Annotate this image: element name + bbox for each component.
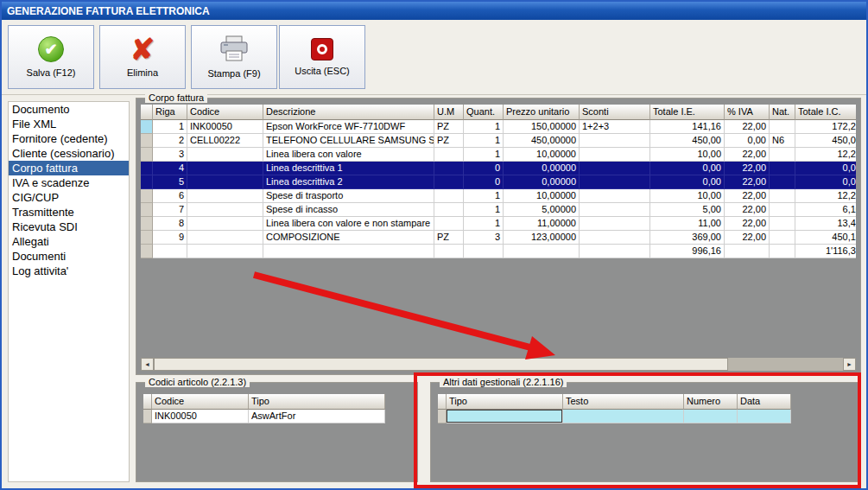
table-cell[interactable]: 7 bbox=[153, 203, 187, 217]
table-cell[interactable]: 22,00 bbox=[725, 231, 770, 245]
exit-button[interactable]: Uscita (ESC) bbox=[279, 25, 365, 89]
table-cell[interactable]: 0 bbox=[464, 175, 504, 189]
table-cell[interactable]: Linea libera con valore e non stampare bbox=[263, 217, 434, 231]
table-cell[interactable] bbox=[770, 189, 795, 203]
table-cell[interactable]: COMPOSIZIONE bbox=[263, 231, 434, 245]
table-row[interactable]: 8Linea libera con valore e non stampare1… bbox=[141, 217, 856, 231]
table-cell[interactable]: 0,00 bbox=[725, 134, 770, 148]
column-header[interactable]: Totale I.C. bbox=[795, 105, 856, 120]
row-selector[interactable] bbox=[141, 134, 153, 148]
row-selector[interactable] bbox=[438, 410, 447, 423]
scroll-right-button[interactable]: ► bbox=[843, 358, 856, 371]
column-header[interactable]: Tipo bbox=[447, 394, 563, 410]
table-cell[interactable] bbox=[263, 245, 434, 258]
table-cell[interactable]: 450,18 bbox=[795, 231, 856, 245]
column-header[interactable]: Data bbox=[738, 394, 791, 410]
table-cell[interactable]: 22,00 bbox=[725, 148, 770, 162]
sidebar-item-corpo-fattura[interactable]: Corpo fattura bbox=[9, 161, 129, 175]
corpo-fattura-grid[interactable]: RigaCodiceDescrizioneU.MQuant.Prezzo uni… bbox=[141, 105, 856, 258]
table-cell[interactable]: 0,00000 bbox=[504, 175, 580, 189]
table-cell[interactable] bbox=[187, 245, 263, 258]
table-cell[interactable]: 141,16 bbox=[650, 120, 725, 134]
table-cell[interactable]: 22,00 bbox=[725, 120, 770, 134]
row-selector[interactable] bbox=[141, 148, 153, 162]
save-button[interactable]: ✔ Salva (F12) bbox=[8, 25, 94, 89]
table-cell[interactable] bbox=[504, 245, 580, 258]
table-cell[interactable]: 1 bbox=[464, 120, 504, 134]
table-cell[interactable]: 22,00 bbox=[725, 189, 770, 203]
table-cell[interactable] bbox=[187, 231, 263, 245]
row-selector[interactable] bbox=[141, 162, 153, 175]
table-cell[interactable] bbox=[187, 162, 263, 175]
table-cell[interactable]: 12,20 bbox=[795, 189, 856, 203]
column-header[interactable]: Quant. bbox=[464, 105, 504, 120]
table-cell[interactable]: 4 bbox=[153, 162, 187, 175]
table-cell[interactable]: 5,00000 bbox=[504, 203, 580, 217]
table-cell[interactable]: N6 bbox=[770, 134, 795, 148]
table-cell[interactable]: 1 bbox=[464, 148, 504, 162]
table-cell[interactable]: 1+2+3 bbox=[580, 120, 650, 134]
table-cell[interactable]: 5,00 bbox=[650, 203, 725, 217]
table-cell[interactable]: 1 bbox=[464, 134, 504, 148]
table-cell[interactable]: 8 bbox=[153, 217, 187, 231]
row-selector[interactable] bbox=[141, 217, 153, 231]
table-cell[interactable]: 996,16 bbox=[650, 245, 725, 258]
table-cell[interactable]: 11,00 bbox=[650, 217, 725, 231]
table-row[interactable] bbox=[438, 410, 791, 423]
table-cell[interactable] bbox=[434, 162, 464, 175]
table-cell[interactable] bbox=[434, 245, 464, 258]
sidebar-item-file-xml[interactable]: File XML bbox=[9, 117, 129, 131]
table-row[interactable]: 7Spese di incasso15,000005,0022,006,10 bbox=[141, 203, 856, 217]
table-cell[interactable]: 10,00000 bbox=[504, 148, 580, 162]
sidebar-item-ricevuta-sdi[interactable]: Ricevuta SDI bbox=[9, 220, 129, 234]
sidebar-item-trasmittente[interactable]: Trasmittente bbox=[9, 205, 129, 220]
table-cell[interactable] bbox=[187, 203, 263, 217]
table-cell[interactable]: 450,00 bbox=[795, 134, 856, 148]
table-cell[interactable]: 2 bbox=[153, 134, 187, 148]
table-cell[interactable] bbox=[770, 148, 795, 162]
table-cell[interactable]: 450,00000 bbox=[504, 134, 580, 148]
table-cell[interactable]: 123,00000 bbox=[504, 231, 580, 245]
table-cell[interactable] bbox=[580, 203, 650, 217]
sidebar-item-allegati[interactable]: Allegati bbox=[9, 234, 129, 249]
table-cell[interactable]: 1 bbox=[153, 120, 187, 134]
table-cell[interactable] bbox=[725, 245, 770, 258]
table-cell[interactable]: 172,22 bbox=[795, 120, 856, 134]
table-cell[interactable]: CELL00222 bbox=[187, 134, 263, 148]
table-row[interactable]: INK00050AswArtFor bbox=[143, 410, 385, 423]
row-selector[interactable] bbox=[141, 120, 153, 134]
table-cell[interactable] bbox=[580, 148, 650, 162]
table-cell[interactable]: Linea descrittiva 1 bbox=[263, 162, 434, 175]
table-cell[interactable]: 10,00000 bbox=[504, 189, 580, 203]
row-selector[interactable] bbox=[141, 231, 153, 245]
column-header[interactable]: Numero bbox=[684, 394, 738, 410]
column-header[interactable]: Riga bbox=[153, 105, 187, 120]
table-row[interactable]: 2CELL00222TELEFONO CELLULARE SAMSUNG S8 … bbox=[141, 134, 856, 148]
table-cell[interactable] bbox=[187, 217, 263, 231]
column-header[interactable]: % IVA bbox=[725, 105, 770, 120]
column-header[interactable]: Nat. bbox=[770, 105, 795, 120]
table-cell[interactable] bbox=[563, 410, 684, 423]
table-cell[interactable] bbox=[187, 189, 263, 203]
table-cell[interactable] bbox=[580, 231, 650, 245]
table-cell[interactable]: TELEFONO CELLULARE SAMSUNG S8 ... bbox=[263, 134, 434, 148]
table-cell[interactable] bbox=[770, 217, 795, 231]
table-cell[interactable] bbox=[684, 410, 738, 423]
altri-dati-table[interactable]: TipoTestoNumeroData bbox=[438, 394, 791, 423]
row-selector[interactable] bbox=[141, 189, 153, 203]
table-cell[interactable]: Epson WorkForce WF-7710DWF bbox=[263, 120, 434, 134]
table-cell[interactable]: 0,00 bbox=[795, 175, 856, 189]
table-cell[interactable]: 12,20 bbox=[795, 148, 856, 162]
table-row[interactable]: 6Spese di trasporto110,0000010,0022,0012… bbox=[141, 189, 856, 203]
column-header[interactable]: Totale I.E. bbox=[650, 105, 725, 120]
table-cell[interactable] bbox=[434, 189, 464, 203]
sidebar-item-documenti[interactable]: Documenti bbox=[9, 249, 129, 264]
scrollbar-thumb[interactable] bbox=[154, 358, 728, 371]
table-cell[interactable] bbox=[580, 175, 650, 189]
table-cell[interactable]: 369,00 bbox=[650, 231, 725, 245]
table-cell[interactable] bbox=[434, 148, 464, 162]
row-selector[interactable] bbox=[143, 410, 152, 423]
table-cell[interactable]: 150,00000 bbox=[504, 120, 580, 134]
table-cell[interactable]: AswArtFor bbox=[249, 410, 385, 423]
table-cell[interactable] bbox=[770, 162, 795, 175]
